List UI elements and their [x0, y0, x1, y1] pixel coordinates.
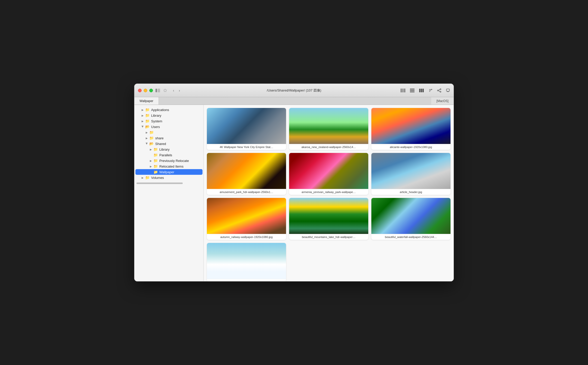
list-view-button[interactable] [410, 89, 415, 92]
sidebar-item-users[interactable]: ▶ 📂 Users [135, 124, 203, 130]
minimize-button[interactable] [144, 89, 147, 92]
close-button[interactable] [138, 89, 142, 92]
svg-rect-7 [401, 90, 402, 91]
column-view-button[interactable] [419, 89, 424, 92]
sidebar-item-system[interactable]: ▶ 📁 System [135, 118, 203, 124]
svg-rect-9 [404, 90, 405, 91]
folder-icon: 📁 [153, 147, 158, 151]
nav-buttons: ‹ › [172, 88, 181, 93]
forward-button[interactable]: › [178, 88, 181, 93]
svg-point-22 [440, 89, 441, 90]
folder-icon: 📁 [145, 119, 150, 123]
file-thumbnail [207, 198, 286, 234]
file-item[interactable]: alicante-wallpaper-1920x1080.jpg [371, 108, 451, 150]
sidebar-item-parallels[interactable]: ▶ 📁 Parallels [135, 152, 203, 158]
sidebar-item-prev-relocate[interactable]: ▶ 📁 Previously Relocate [135, 158, 203, 163]
svg-rect-15 [410, 92, 415, 92]
folder-icon: 📁 [153, 159, 158, 163]
svg-rect-18 [422, 89, 424, 92]
disclosure-icon: ▶ [141, 124, 144, 129]
file-item[interactable] [207, 243, 286, 281]
titlebar: ✩ ‹ › /Users/Shared/Wallpaper/ (107 図像) [134, 84, 454, 97]
svg-rect-3 [158, 92, 160, 92]
file-thumbnail [207, 153, 286, 189]
tab-macos[interactable]: [MacOS] [431, 97, 454, 105]
svg-rect-6 [404, 89, 405, 90]
folder-icon: 📁 [149, 136, 154, 140]
svg-line-26 [438, 91, 440, 92]
file-label: amusement_park_hdr-wallpaper-2560x1… [207, 189, 286, 195]
folder-icon: 📂 [145, 125, 150, 129]
disclosure-icon: ▶ [145, 131, 149, 134]
file-item[interactable]: beautiful_mountains_lake_hdr-wallpaper… [289, 198, 368, 240]
sidebar-item-relocated-items[interactable]: ▶ 📁 Relocated Items [135, 163, 203, 169]
sidebar-item-volumes[interactable]: ▶ 📁 Volumes [135, 175, 203, 180]
file-label: 4K Wallpaper New York City Empire Stat… [207, 144, 286, 150]
tab-wallpaper[interactable]: Wallpaper [134, 97, 159, 105]
sidebar-label: share [155, 136, 200, 140]
file-thumbnail [289, 108, 368, 144]
sidebar-item-applications[interactable]: ▶ 📁 Applications [135, 107, 203, 113]
file-item[interactable]: armenia_yerevan_railway_park-wallpape… [289, 153, 368, 195]
svg-rect-11 [402, 91, 403, 92]
disclosure-icon: ▶ [145, 137, 149, 140]
file-item[interactable]: article_header.jpg [371, 153, 451, 195]
svg-rect-17 [421, 89, 422, 92]
svg-line-25 [438, 89, 440, 90]
svg-rect-4 [401, 89, 402, 90]
disclosure-icon: ▶ [141, 176, 145, 179]
traffic-lights [138, 89, 153, 92]
file-thumbnail [207, 108, 286, 144]
sidebar-label: Previously Relocate [159, 159, 200, 163]
main-content: ▶ 📁 Applications ▶ 📁 Library ▶ 📁 System … [134, 105, 454, 281]
svg-rect-0 [155, 89, 157, 92]
sort-button[interactable] [428, 88, 433, 93]
file-item[interactable]: 4K Wallpaper New York City Empire Stat… [207, 108, 286, 150]
file-label: beautiful_mountains_lake_hdr-wallpaper… [289, 234, 368, 240]
file-item[interactable]: autumn_railway-wallpaper-1920x1080.jpg [207, 198, 286, 240]
disclosure-icon: ▶ [141, 114, 145, 117]
svg-rect-2 [158, 90, 160, 91]
svg-rect-16 [419, 89, 420, 92]
disclosure-icon: ▶ [149, 159, 153, 162]
sidebar-item-library2[interactable]: ▶ 📁 Library [135, 147, 203, 152]
file-thumbnail [371, 108, 451, 144]
back-button[interactable]: ‹ [172, 88, 176, 93]
sidebar-scrollbar[interactable] [136, 182, 183, 184]
tab-filler [159, 97, 431, 105]
file-thumbnail [371, 153, 451, 189]
sidebar-item-library[interactable]: ▶ 📁 Library [135, 113, 203, 118]
file-thumbnail [289, 153, 368, 189]
share-button[interactable] [437, 88, 441, 93]
maximize-button[interactable] [149, 89, 153, 92]
action-button[interactable] [446, 88, 450, 93]
icon-view-button[interactable] [401, 89, 405, 92]
file-item[interactable]: amusement_park_hdr-wallpaper-2560x1… [207, 153, 286, 195]
sidebar-item-shared[interactable]: ▶ 📂 Shared [135, 141, 203, 147]
file-thumbnail [289, 198, 368, 234]
sidebar-item-share[interactable]: ▶ 📁 share [135, 135, 203, 141]
sidebar-toggle-button[interactable] [155, 89, 160, 92]
file-item[interactable]: beautiful_waterfall-wallpaper-2560x144… [371, 198, 451, 240]
sidebar-item-wallpaper[interactable]: ▶ 📁 Wallpaper [135, 169, 203, 175]
folder-icon: 📁 [145, 113, 150, 117]
folder-icon: 📁 [149, 130, 154, 134]
favorite-button[interactable]: ✩ [163, 88, 167, 93]
file-item[interactable]: akaroa_new_zealand-wallpaper-2560x14… [289, 108, 368, 150]
sidebar-label: Relocated Items [159, 165, 200, 168]
file-area: 4K Wallpaper New York City Empire Stat… … [204, 105, 454, 281]
disclosure-icon: ▶ [141, 108, 145, 111]
window-title: /Users/Shared/Wallpaper/ (107 図像) [267, 88, 321, 93]
file-thumbnail [207, 243, 286, 279]
sidebar: ▶ 📁 Applications ▶ 📁 Library ▶ 📁 System … [134, 105, 204, 281]
file-label [207, 279, 286, 281]
finder-window: ✩ ‹ › /Users/Shared/Wallpaper/ (107 図像) [134, 84, 454, 281]
file-thumbnail [371, 198, 451, 234]
file-label: autumn_railway-wallpaper-1920x1080.jpg [207, 234, 286, 240]
svg-point-23 [440, 91, 441, 92]
sidebar-label: Volumes [151, 176, 200, 180]
sidebar-item-unnamed[interactable]: ▶ 📁 [135, 130, 203, 135]
svg-point-24 [437, 90, 438, 91]
sidebar-label: Parallels [159, 153, 200, 157]
file-label: article_header.jpg [371, 189, 451, 195]
